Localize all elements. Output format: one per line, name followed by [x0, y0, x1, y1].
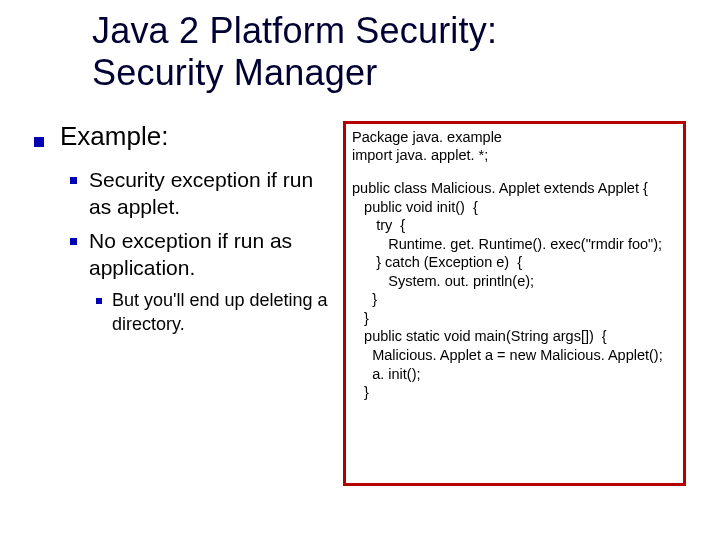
- subsub-text: But you'll end up deleting a directory.: [112, 289, 339, 336]
- code-line: }: [352, 290, 677, 309]
- title-line1: Java 2 Platform Security:: [92, 10, 720, 52]
- code-line: System. out. println(e);: [352, 272, 677, 291]
- slide-body: Example: Security exception if run as ap…: [0, 121, 720, 486]
- code-line: try {: [352, 216, 677, 235]
- code-line: a. init();: [352, 365, 677, 384]
- square-bullet-icon: [96, 298, 102, 304]
- code-line: public void init() {: [352, 198, 677, 217]
- code-line: } catch (Exception e) {: [352, 253, 677, 272]
- square-bullet-icon: [70, 177, 77, 184]
- code-line: }: [352, 383, 677, 402]
- title-line2: Security Manager: [92, 52, 720, 94]
- bullet-level2: Security exception if run as applet.: [70, 166, 339, 221]
- sub-subpoints: But you'll end up deleting a directory.: [70, 289, 339, 336]
- code-line: public class Malicious. Applet extends A…: [352, 179, 677, 198]
- bullet-column: Example: Security exception if run as ap…: [34, 121, 339, 486]
- slide-title: Java 2 Platform Security: Security Manag…: [0, 0, 720, 95]
- square-bullet-icon: [70, 238, 77, 245]
- bullet-level2: No exception if run as application.: [70, 227, 339, 282]
- bullet-level3: But you'll end up deleting a directory.: [96, 289, 339, 336]
- code-line: Malicious. Applet a = new Malicious. App…: [352, 346, 677, 365]
- code-example-box: Package java. example import java. apple…: [343, 121, 686, 486]
- square-bullet-icon: [34, 137, 44, 147]
- code-line: public static void main(String args[]) {: [352, 327, 677, 346]
- subpoint-text: Security exception if run as applet.: [89, 166, 339, 221]
- heading-text: Example:: [60, 121, 168, 152]
- bullet-level1: Example:: [34, 121, 339, 152]
- subpoint-text: No exception if run as application.: [89, 227, 339, 282]
- code-line: }: [352, 309, 677, 328]
- subpoints: Security exception if run as applet. No …: [34, 166, 339, 336]
- code-line: Runtime. get. Runtime(). exec("rmdir foo…: [352, 235, 677, 254]
- code-line: import java. applet. *;: [352, 146, 677, 165]
- code-line: Package java. example: [352, 128, 677, 147]
